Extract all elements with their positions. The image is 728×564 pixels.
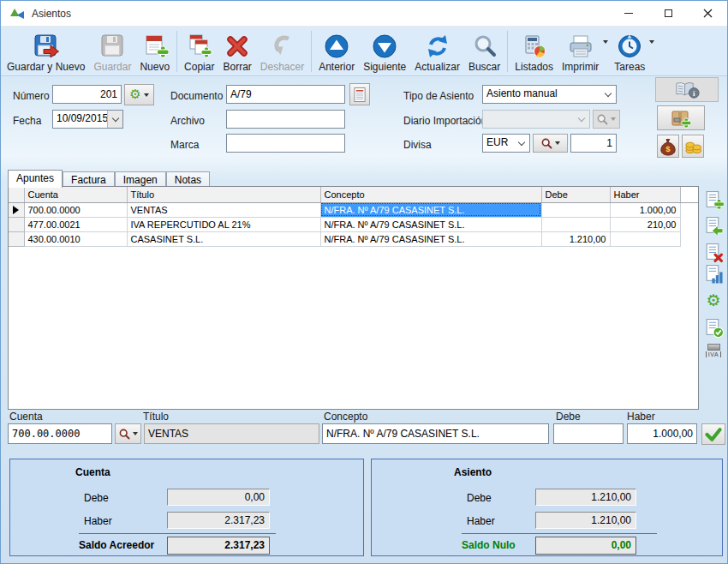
cell-cuenta[interactable]: 430.00.0010	[24, 231, 127, 246]
cell-concepto[interactable]: N/FRA. Nº A/79 CASASINET S.L.	[320, 217, 541, 231]
tipo-asiento-dropdown-button[interactable]	[600, 86, 616, 103]
close-button[interactable]	[688, 1, 727, 26]
divisa-rate-input[interactable]	[570, 134, 617, 153]
cuenta-haber-label: Haber	[84, 515, 112, 527]
editor-debe-input[interactable]	[553, 423, 624, 444]
divisa-dropdown-button[interactable]	[514, 135, 529, 152]
package-add-icon	[670, 107, 692, 129]
divisa-value: EUR	[483, 135, 514, 152]
lookup-caret-icon	[555, 141, 560, 145]
tab-imagen[interactable]: Imagen	[115, 171, 166, 187]
editor-cuenta-lookup-button[interactable]	[115, 423, 141, 444]
delete-button[interactable]: Borrar	[218, 28, 255, 75]
grid-row-2: 477.00.0021 IVA REPERCUTIDO AL 21% N/FRA…	[9, 217, 698, 231]
delete-icon	[224, 32, 251, 61]
maximize-button[interactable]	[648, 1, 688, 26]
tasks-dropdown-icon[interactable]	[649, 40, 654, 44]
cell-debe[interactable]	[541, 217, 610, 231]
validate-line-button[interactable]	[703, 317, 724, 338]
tab-apuntes[interactable]: Apuntes	[8, 170, 63, 188]
save-and-new-button[interactable]: Guardar y Nuevo	[3, 28, 89, 75]
cell-titulo[interactable]: VENTAS	[127, 202, 320, 217]
tab-factura[interactable]: Factura	[63, 171, 115, 187]
new-icon	[141, 32, 169, 61]
iva-icon	[707, 344, 720, 351]
archivo-input[interactable]	[226, 110, 345, 129]
print-dropdown-icon[interactable]	[603, 40, 608, 44]
iva-button[interactable]: IVA	[701, 344, 725, 357]
divisa-lookup-button[interactable]	[533, 134, 568, 153]
reports-button[interactable]: Listados	[510, 28, 558, 75]
col-header-debe[interactable]: Debe	[541, 187, 610, 202]
line-statistics-button[interactable]	[703, 263, 724, 284]
print-icon	[567, 32, 594, 61]
magnifier-icon	[597, 114, 608, 125]
insert-line-button[interactable]	[703, 215, 724, 236]
new-button[interactable]: Nuevo	[135, 28, 174, 75]
delete-line-icon	[704, 243, 724, 262]
archivo-label: Archivo	[170, 115, 205, 127]
cell-cuenta[interactable]: 700.00.0000	[24, 202, 127, 217]
line-settings-button[interactable]: ⚙	[703, 290, 724, 310]
editor-concepto-input[interactable]	[322, 423, 549, 444]
cell-haber[interactable]	[610, 231, 680, 246]
save-button: Guardar	[89, 28, 135, 75]
copy-button[interactable]: Copiar	[180, 28, 218, 75]
money-bag-button[interactable]: $	[657, 135, 679, 158]
col-header-cuenta[interactable]: Cuenta	[24, 187, 127, 202]
cell-cuenta[interactable]: 477.00.0021	[24, 217, 127, 231]
col-header-haber[interactable]: Haber	[610, 187, 680, 202]
row-selector[interactable]	[9, 202, 24, 217]
minimize-button[interactable]	[609, 1, 648, 26]
search-button[interactable]: Buscar	[464, 28, 504, 75]
documento-input[interactable]	[226, 85, 345, 104]
tipo-asiento-select[interactable]: Asiento manual	[482, 85, 617, 104]
cell-debe[interactable]	[541, 202, 610, 217]
col-header-concepto[interactable]: Concepto	[320, 187, 541, 202]
next-button[interactable]: Siguiente	[359, 28, 410, 75]
cuenta-debe-value: 0,00	[167, 489, 270, 506]
documento-label: Documento	[170, 90, 223, 102]
cell-debe[interactable]: 1.210,00	[541, 231, 610, 246]
numero-options-button[interactable]: ⚙	[124, 84, 154, 105]
delete-line-button[interactable]	[703, 242, 724, 262]
lookup-caret-icon	[611, 117, 616, 121]
row-selector[interactable]	[9, 217, 24, 231]
cell-titulo[interactable]: CASASINET S.L.	[127, 231, 320, 246]
cell-concepto[interactable]: N/FRA. Nº A/79 CASASINET S.L.	[320, 231, 541, 246]
cuenta-panel-title: Cuenta	[75, 466, 110, 478]
tasks-button[interactable]: Tareas	[610, 28, 649, 75]
tab-notas[interactable]: Notas	[166, 171, 210, 187]
divisa-select[interactable]: EUR	[482, 134, 530, 153]
cell-haber[interactable]: 1.000,00	[610, 202, 680, 217]
add-line-button[interactable]	[703, 189, 724, 210]
cuenta-debe-label: Debe	[84, 492, 109, 504]
asiento-summary-panel: Asiento Debe 1.210,00 Haber 1.210,00 Sal…	[371, 459, 723, 556]
fecha-dropdown-button[interactable]	[107, 111, 122, 128]
refresh-button[interactable]: Actualizar	[410, 28, 464, 75]
previous-icon	[323, 32, 350, 61]
diario-importacion-dropdown-button	[574, 111, 589, 128]
row-selector[interactable]	[9, 231, 24, 246]
previous-button[interactable]: Anterior	[314, 28, 359, 75]
coins-button[interactable]	[682, 135, 704, 158]
col-header-titulo[interactable]: Título	[127, 187, 320, 202]
cell-concepto-selected[interactable]: N/FRA. Nº A/79 CASASINET S.L.	[320, 202, 541, 217]
documento-detail-button[interactable]	[349, 83, 370, 105]
asiento-debe-value: 1.210,00	[535, 489, 636, 506]
numero-input[interactable]	[52, 85, 122, 104]
editor-haber-input[interactable]	[627, 423, 697, 444]
editor-haber-label: Haber	[627, 411, 655, 423]
cuenta-summary-panel: Cuenta Debe 0,00 Haber 2.317,23 Saldo Ac…	[9, 459, 364, 556]
cell-titulo[interactable]: IVA REPERCUTIDO AL 21%	[127, 217, 320, 231]
refresh-label: Actualizar	[415, 61, 460, 73]
col-header-filler	[680, 187, 698, 202]
save-icon	[98, 32, 126, 61]
package-add-button[interactable]	[657, 105, 705, 130]
print-button[interactable]: Imprimir	[558, 28, 603, 75]
cell-haber[interactable]: 210,00	[610, 217, 680, 231]
confirm-line-button[interactable]	[701, 423, 725, 445]
fecha-datepicker[interactable]: 10/09/2015	[52, 110, 123, 129]
marca-input[interactable]	[226, 134, 345, 153]
editor-cuenta-input[interactable]	[8, 423, 112, 444]
